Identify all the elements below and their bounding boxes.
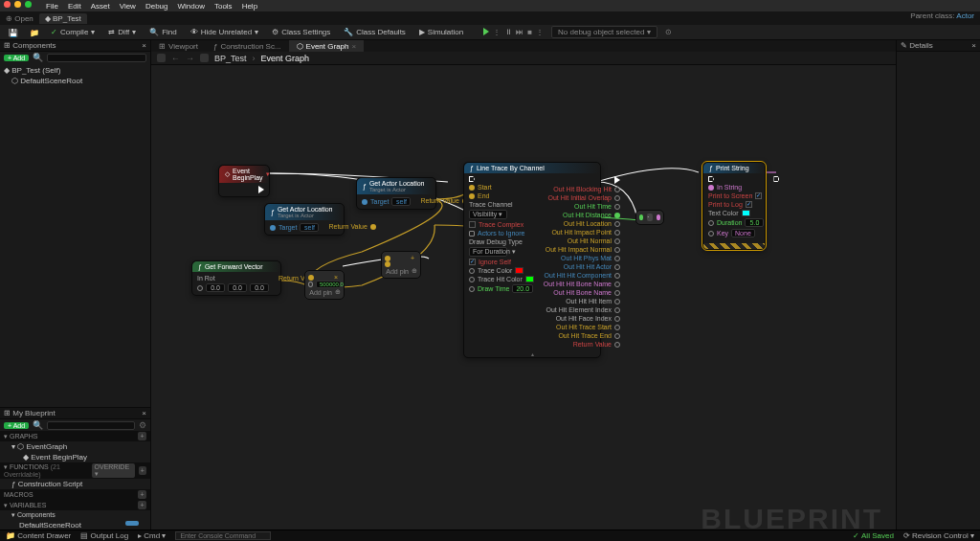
- variables-category[interactable]: ▾ Variables+: [0, 500, 150, 510]
- asset-tab[interactable]: ◆ BP_Test: [39, 13, 87, 24]
- add-new-button[interactable]: + Add: [4, 422, 29, 429]
- tab-viewport[interactable]: ⊞ Viewport: [151, 40, 206, 52]
- class-defaults-button[interactable]: 🔧Class Defaults: [341, 27, 409, 37]
- component-root[interactable]: ◆ BP_Test (Self): [4, 65, 146, 76]
- nav-back-icon[interactable]: [157, 54, 166, 62]
- exec-out-pin[interactable]: [258, 186, 264, 193]
- menu-tools[interactable]: Tools: [214, 2, 233, 11]
- duration-input[interactable]: 5.0: [745, 218, 764, 227]
- functions-category[interactable]: ▾ Functions (21 Overridable)Override ▾+: [0, 462, 150, 479]
- add-pin-button[interactable]: Add pin ⊕: [385, 267, 417, 275]
- save-button[interactable]: 💾: [6, 28, 19, 37]
- graphs-category[interactable]: ▾ Graphs+: [0, 431, 150, 441]
- revision-control-button[interactable]: ⟳ Revision Control ▾: [903, 531, 974, 540]
- collapse-node-icon[interactable]: ▴: [464, 350, 600, 357]
- menu-edit[interactable]: Edit: [68, 2, 81, 11]
- components-panel-header: ⊞ Components×: [0, 40, 150, 52]
- compile-button[interactable]: ✓Compile ▾: [48, 27, 98, 37]
- settings-icon[interactable]: ⚙: [139, 420, 146, 430]
- trace-color-swatch[interactable]: [515, 267, 523, 274]
- class-settings-button[interactable]: ⚙Class Settings: [269, 27, 333, 37]
- close-panel-icon[interactable]: ×: [142, 409, 146, 417]
- status-bar: 📁 Content Drawer ▤ Output Log ▸ Cmd ▾ ✓ …: [0, 530, 980, 541]
- play-options[interactable]: ⋮: [493, 28, 501, 36]
- add-macro-button[interactable]: +: [138, 490, 146, 499]
- tab-event-graph[interactable]: ⬡ Event Graph ×: [289, 40, 365, 52]
- title-bar: ⊕ Open ◆ BP_Test Parent class: Actor: [0, 11, 980, 25]
- tab-construction[interactable]: ƒ Construction Sc...: [206, 40, 289, 52]
- components-var-group[interactable]: ▾ Components: [0, 510, 150, 520]
- exec-out-pin[interactable]: [773, 176, 779, 182]
- trace-channel-select[interactable]: Visibility ▾: [469, 210, 507, 219]
- menu-debug[interactable]: Debug: [145, 2, 168, 11]
- close-panel-icon[interactable]: ×: [142, 41, 146, 50]
- macros-category[interactable]: Macros+: [0, 489, 150, 500]
- menu-view[interactable]: View: [120, 2, 136, 11]
- trace-hit-color-swatch[interactable]: [525, 276, 534, 282]
- components-search[interactable]: [47, 54, 146, 62]
- debug-object-selector[interactable]: No debug object selected ▾: [551, 26, 657, 38]
- close-tab-icon[interactable]: ×: [352, 42, 357, 51]
- exec-in-pin[interactable]: [469, 176, 475, 182]
- node-get-actor-location-2[interactable]: ƒ Get Actor LocationTarget is Actor Targ…: [264, 203, 345, 236]
- text-color-swatch[interactable]: [742, 210, 750, 216]
- menu-file[interactable]: File: [46, 2, 58, 11]
- add-pin-button[interactable]: Add pin ⊕: [308, 288, 341, 296]
- parent-class-link[interactable]: Parent class: Actor: [910, 11, 974, 20]
- play-button[interactable]: [483, 28, 489, 35]
- node-print-string[interactable]: ƒ Print String In String Print to Screen…: [702, 162, 766, 250]
- all-saved-status[interactable]: ✓ All Saved: [853, 531, 894, 540]
- add-graph-button[interactable]: +: [138, 432, 146, 440]
- draw-time-input[interactable]: 20.0: [512, 284, 533, 293]
- find-button[interactable]: 🔍Find: [146, 27, 180, 37]
- event-beginplay-item[interactable]: ◆ Event BeginPlay: [0, 452, 150, 462]
- cmd-label: ▸ Cmd ▾: [138, 531, 166, 540]
- draw-debug-select[interactable]: For Duration ▾: [469, 247, 507, 257]
- graph-breadcrumb: ← → BP_Test › Event Graph: [151, 52, 896, 65]
- node-get-forward-vector[interactable]: ƒ Get Forward Vector In Rot 0.00.00.0 Re…: [191, 260, 281, 296]
- exec-out-pin[interactable]: [614, 176, 620, 184]
- event-graph-item[interactable]: ▾ ⬡ EventGraph: [0, 441, 150, 452]
- menu-help[interactable]: Help: [242, 2, 257, 11]
- add-variable-button[interactable]: +: [138, 501, 146, 509]
- dev-only-stripe: [703, 243, 765, 249]
- output-log-button[interactable]: ▤ Output Log: [80, 531, 128, 540]
- simulation-button[interactable]: ▶Simulation: [416, 27, 466, 37]
- override-button[interactable]: Override ▾: [92, 463, 135, 478]
- main-toolbar: 💾 📁 ✓Compile ▾ ⇄Diff ▾ 🔍Find 👁Hide Unrel…: [0, 25, 980, 40]
- node-event-beginplay[interactable]: ◇Event BeginPlay ▾: [218, 165, 270, 197]
- node-add[interactable]: + Add pin ⊕: [381, 251, 421, 279]
- menu-window[interactable]: Window: [177, 2, 204, 11]
- search-icon: 🔍: [33, 53, 43, 62]
- add-function-button[interactable]: +: [139, 466, 146, 475]
- debug-locate[interactable]: ⊙: [665, 28, 672, 36]
- add-component-button[interactable]: + Add: [4, 55, 29, 61]
- window-controls[interactable]: [4, 0, 32, 9]
- nav-back[interactable]: ←: [171, 54, 180, 63]
- stop-button[interactable]: ■: [527, 28, 532, 36]
- close-panel-icon[interactable]: ×: [971, 41, 976, 50]
- construction-script-item[interactable]: ƒ Construction Script: [0, 479, 150, 489]
- component-scene-root[interactable]: ⬡ DefaultSceneRoot: [4, 76, 146, 86]
- myblueprint-search[interactable]: [47, 421, 135, 430]
- content-drawer-button[interactable]: 📁 Content Drawer: [6, 531, 71, 540]
- pause-button[interactable]: ⏸: [504, 28, 512, 36]
- node-multiply[interactable]: × 500000.0 Add pin ⊕: [304, 270, 345, 300]
- breadcrumb-current: Event Graph: [261, 54, 310, 63]
- key-input[interactable]: None: [731, 229, 755, 237]
- app-menu-bar: File Edit Asset View Debug Window Tools …: [0, 0, 980, 11]
- node-convert[interactable]: ·: [635, 210, 664, 225]
- diff-button[interactable]: ⇄Diff ▾: [105, 27, 139, 37]
- browse-button[interactable]: 📁: [27, 28, 40, 37]
- node-line-trace-by-channel[interactable]: ƒ Line Trace By Channel Start End Trace …: [463, 162, 601, 358]
- step-button[interactable]: ⏭: [516, 28, 523, 36]
- hide-unrelated-button[interactable]: 👁Hide Unrelated ▾: [188, 27, 261, 37]
- menu-asset[interactable]: Asset: [91, 2, 110, 11]
- graph-tabs: ⊞ Viewport ƒ Construction Sc... ⬡ Event …: [151, 40, 896, 52]
- exec-in-pin[interactable]: [708, 176, 714, 182]
- breadcrumb-parent[interactable]: BP_Test: [214, 54, 247, 63]
- event-graph-canvas[interactable]: ◇Event BeginPlay ▾ ƒ Get Actor LocationT…: [151, 65, 896, 541]
- nav-fwd[interactable]: →: [186, 54, 194, 63]
- console-input[interactable]: [175, 531, 271, 540]
- node-get-actor-location-1[interactable]: ƒ Get Actor LocationTarget is Actor Targ…: [356, 177, 436, 210]
